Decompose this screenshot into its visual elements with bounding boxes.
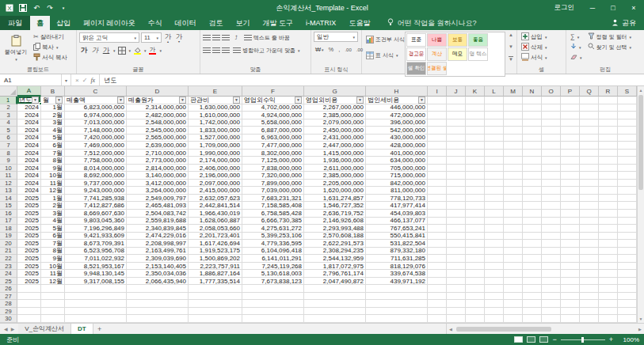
cell-Q9[interactable] bbox=[580, 157, 599, 165]
row-header-25[interactable]: 25 bbox=[0, 278, 17, 286]
new-sheet-button[interactable]: + bbox=[93, 324, 106, 334]
cell-M14[interactable] bbox=[504, 195, 523, 203]
cell-Q30[interactable] bbox=[580, 315, 599, 323]
cell-S3[interactable] bbox=[618, 112, 637, 119]
cell-M30[interactable] bbox=[504, 315, 523, 323]
row-header-22[interactable]: 22 bbox=[0, 255, 17, 263]
cell-E24[interactable]: 1,886,827,164 bbox=[189, 270, 242, 278]
cell-G9[interactable]: 1,936,000,000 bbox=[304, 157, 366, 165]
cell-E13[interactable]: 2,415,000,000 bbox=[189, 187, 242, 195]
cell-J24[interactable] bbox=[447, 270, 466, 278]
bold-button[interactable]: 가 bbox=[79, 45, 89, 55]
cell-R13[interactable] bbox=[599, 187, 618, 195]
cell-A23[interactable]: 2025 bbox=[17, 263, 41, 271]
column-header-J[interactable]: J bbox=[447, 86, 466, 97]
cell-G5[interactable]: 2,450,000,000 bbox=[304, 127, 366, 135]
cell-A11[interactable]: 2024 bbox=[17, 172, 41, 180]
cell-O28[interactable] bbox=[542, 300, 561, 308]
cell-P9[interactable] bbox=[561, 157, 580, 165]
page-break-view-icon[interactable] bbox=[539, 336, 548, 343]
cell-D14[interactable]: 2,549,009,797 bbox=[127, 195, 189, 203]
cell-F29[interactable] bbox=[242, 308, 304, 316]
cell-L20[interactable] bbox=[485, 240, 504, 248]
cell-K29[interactable] bbox=[466, 308, 485, 316]
cell-P25[interactable] bbox=[561, 278, 580, 286]
cell-Q15[interactable] bbox=[580, 202, 599, 210]
cell-M6[interactable] bbox=[504, 135, 523, 142]
cell-O13[interactable] bbox=[542, 187, 561, 195]
cell-L10[interactable] bbox=[485, 165, 504, 172]
cell-O15[interactable] bbox=[542, 202, 561, 210]
cell-J29[interactable] bbox=[447, 308, 466, 316]
column-header-I[interactable]: I bbox=[428, 86, 447, 97]
cell-H11[interactable]: 715,000,000 bbox=[366, 172, 428, 180]
cell-J5[interactable] bbox=[447, 127, 466, 135]
cell-M22[interactable] bbox=[504, 255, 523, 263]
cell-F21[interactable]: 6,104,096,418 bbox=[242, 248, 304, 256]
cell-F3[interactable]: 4,924,000,000 bbox=[242, 112, 304, 119]
cell-Q22[interactable] bbox=[580, 255, 599, 263]
cell-R1[interactable] bbox=[599, 97, 618, 104]
cell-B13[interactable]: 12월 bbox=[41, 187, 65, 195]
cell-R15[interactable] bbox=[599, 202, 618, 210]
cell-N15[interactable] bbox=[523, 202, 542, 210]
name-box[interactable]: A1 bbox=[0, 74, 62, 85]
cell-Q10[interactable] bbox=[580, 165, 599, 172]
cell-C13[interactable]: 9,243,000,000 bbox=[65, 187, 127, 195]
font-color-button[interactable]: 가 bbox=[148, 45, 158, 55]
cell-C24[interactable]: 9,948,130,145 bbox=[65, 270, 127, 278]
cell-C27[interactable] bbox=[65, 293, 127, 301]
cell-R5[interactable] bbox=[599, 127, 618, 135]
cell-Q4[interactable] bbox=[580, 119, 599, 127]
cell-D21[interactable]: 2,163,499,761 bbox=[127, 248, 189, 256]
cell-C28[interactable] bbox=[65, 300, 127, 308]
cell-E1[interactable]: 판관비▼ bbox=[189, 97, 242, 104]
cell-D20[interactable]: 2,208,998,997 bbox=[127, 240, 189, 248]
cell-P26[interactable] bbox=[561, 285, 580, 293]
insert-cells-button[interactable]: 삽입▾ bbox=[520, 32, 549, 42]
filter-button-매출액[interactable]: ▼ bbox=[117, 97, 124, 104]
zoom-slider[interactable] bbox=[561, 339, 605, 340]
cell-I29[interactable] bbox=[428, 308, 447, 316]
cell-N11[interactable] bbox=[523, 172, 542, 180]
file-tab[interactable]: 파일 bbox=[0, 16, 30, 30]
cell-R10[interactable] bbox=[599, 165, 618, 172]
cell-F26[interactable] bbox=[242, 285, 304, 293]
cell-K27[interactable] bbox=[466, 293, 485, 301]
column-header-O[interactable]: O bbox=[542, 86, 561, 97]
cell-K17[interactable] bbox=[466, 218, 485, 226]
cell-C16[interactable]: 8,669,607,630 bbox=[65, 210, 127, 218]
cell-N22[interactable] bbox=[523, 255, 542, 263]
cell-E26[interactable] bbox=[189, 285, 242, 293]
cell-I4[interactable] bbox=[428, 119, 447, 127]
cell-C6[interactable]: 7,420,000,000 bbox=[65, 135, 127, 142]
cell-F8[interactable]: 8,302,000,000 bbox=[242, 150, 304, 157]
fill-button[interactable]: ▾ bbox=[569, 42, 584, 52]
cell-style-설명 텍스트[interactable]: 설명 텍스트 bbox=[468, 47, 488, 61]
cell-A16[interactable]: 2025 bbox=[17, 210, 41, 218]
column-header-Q[interactable]: Q bbox=[580, 86, 599, 97]
cell-D17[interactable]: 2,559,819,688 bbox=[127, 218, 189, 226]
cell-C21[interactable]: 6,523,956,708 bbox=[65, 248, 127, 256]
cell-I26[interactable] bbox=[428, 285, 447, 293]
cell-N18[interactable] bbox=[523, 225, 542, 233]
cell-I1[interactable] bbox=[428, 97, 447, 104]
cell-N14[interactable] bbox=[523, 195, 542, 203]
filter-button-영업외비용[interactable]: ▼ bbox=[356, 97, 364, 104]
cell-E10[interactable]: 2,406,000,000 bbox=[189, 165, 242, 172]
save-icon[interactable] bbox=[18, 3, 28, 13]
cell-Q27[interactable] bbox=[580, 293, 599, 301]
cell-K23[interactable] bbox=[466, 263, 485, 271]
cell-F1[interactable]: 영업외수익▼ bbox=[242, 97, 304, 104]
cell-M5[interactable] bbox=[504, 127, 523, 135]
cell-K26[interactable] bbox=[466, 285, 485, 293]
cell-N21[interactable] bbox=[523, 248, 542, 256]
gallery-down-icon[interactable]: ▼ bbox=[509, 44, 513, 49]
cell-P2[interactable] bbox=[561, 104, 580, 112]
cell-D9[interactable]: 2,773,000,000 bbox=[127, 157, 189, 165]
cell-E17[interactable]: 1,628,060,887 bbox=[189, 218, 242, 226]
cell-Q16[interactable] bbox=[580, 210, 599, 218]
cell-H13[interactable]: 811,000,000 bbox=[366, 187, 428, 195]
cell-O1[interactable] bbox=[542, 97, 561, 104]
font-size-select[interactable]: 11▾ bbox=[141, 32, 162, 43]
